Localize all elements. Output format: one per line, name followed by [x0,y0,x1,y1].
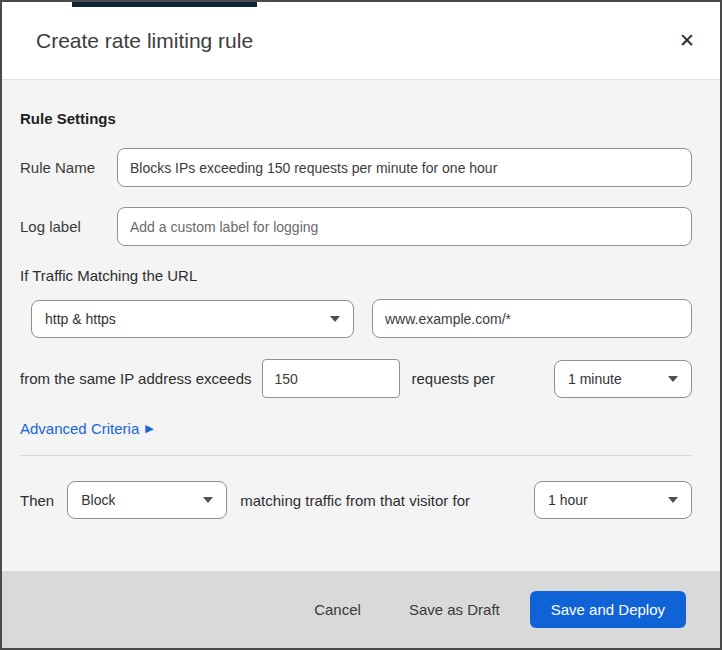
duration-select-value: 1 hour [548,492,588,508]
top-accent-bar [72,2,257,7]
create-rate-limiting-rule-dialog: Create rate limiting rule ✕ Rule Setting… [0,0,722,650]
scheme-url-row: http & https [20,299,692,338]
save-as-draft-button[interactable]: Save as Draft [409,601,500,618]
duration-select[interactable]: 1 hour [534,481,692,519]
action-select[interactable]: Block [67,481,227,519]
rule-name-input[interactable] [117,148,692,187]
threshold-text-before: from the same IP address exceeds [20,370,252,387]
then-action-row: Then Block matching traffic from that vi… [20,481,692,519]
rule-settings-heading: Rule Settings [20,110,692,127]
dialog-body: Rule Settings Rule Name Log label If Tra… [2,80,720,571]
log-label-label: Log label [20,218,117,235]
scheme-select-value: http & https [45,311,116,327]
rule-name-label: Rule Name [20,159,117,176]
traffic-matching-heading: If Traffic Matching the URL [20,267,692,284]
advanced-criteria-label: Advanced Criteria [20,420,139,437]
cancel-button[interactable]: Cancel [314,601,361,618]
url-input[interactable] [372,299,692,338]
save-and-deploy-button[interactable]: Save and Deploy [530,591,686,628]
scheme-select[interactable]: http & https [31,300,354,338]
section-divider [20,455,692,456]
dialog-header: Create rate limiting rule ✕ [2,2,720,80]
threshold-text-between: requests per [412,370,495,387]
dialog-title: Create rate limiting rule [36,29,253,53]
rule-name-row: Rule Name [20,148,692,187]
log-label-row: Log label [20,207,692,246]
then-label: Then [20,492,54,509]
threshold-row: from the same IP address exceeds request… [20,359,692,398]
period-select-value: 1 minute [568,371,622,387]
requests-count-input[interactable] [262,359,400,398]
action-select-value: Block [81,492,115,508]
then-text-between: matching traffic from that visitor for [240,492,470,509]
chevron-down-icon [203,497,213,503]
close-icon[interactable]: ✕ [672,26,702,56]
dialog-footer: Cancel Save as Draft Save and Deploy [2,571,720,648]
period-select[interactable]: 1 minute [554,360,692,398]
chevron-down-icon [668,497,678,503]
chevron-down-icon [330,316,340,322]
advanced-criteria-row: Advanced Criteria ▶ [20,420,692,437]
chevron-down-icon [668,376,678,382]
log-label-input[interactable] [117,207,692,246]
expand-arrow-icon: ▶ [145,422,153,435]
advanced-criteria-link[interactable]: Advanced Criteria ▶ [20,420,154,437]
